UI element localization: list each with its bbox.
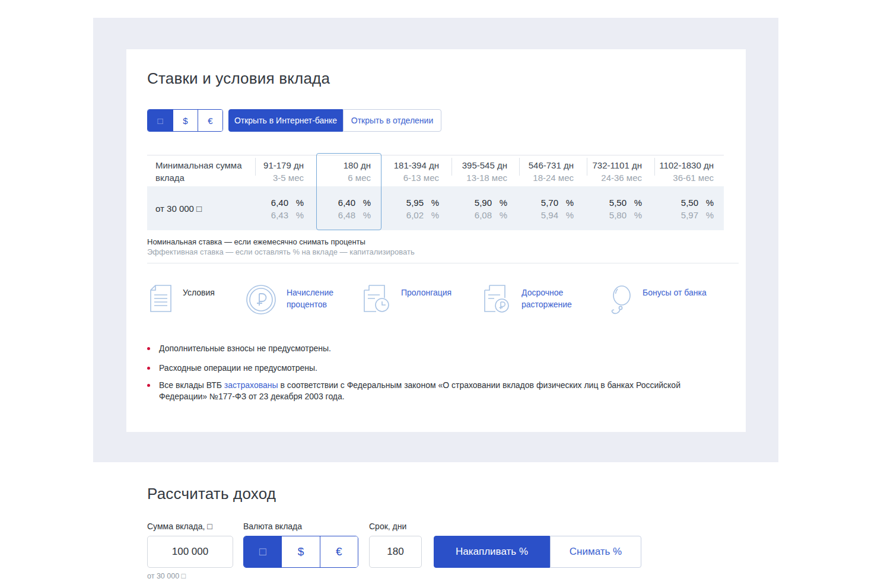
- currency-option-eur[interactable]: €: [198, 110, 222, 131]
- minimum-amount-value: от 30 000 □: [155, 204, 202, 214]
- term-column-header: 91-179 дн 3-5 мес: [237, 159, 304, 184]
- feature-label: Досрочное расторжение: [522, 287, 592, 310]
- calc-currency-option-usd[interactable]: $: [281, 536, 319, 567]
- nominal-rate-note: Номинальная ставка — если ежемесячно сни…: [147, 237, 365, 246]
- currency-toggle: □ $ €: [147, 109, 223, 132]
- open-branch-button[interactable]: Открыть в отделении: [343, 109, 441, 132]
- feature-label: Пролонгация: [401, 287, 451, 298]
- term-column-header: 732-1101 дн 24-36 мес: [575, 159, 642, 184]
- term-column-header-selected: 180 дн 6 мес: [304, 159, 371, 184]
- term-label: Срок, дни: [369, 522, 406, 531]
- feature-bank-bonuses[interactable]: Бонусы от банка: [607, 284, 707, 318]
- rate-cell: 5,95% 6,02%: [373, 196, 439, 221]
- document-ruble-icon: [482, 284, 512, 317]
- currency-option-usd[interactable]: $: [173, 110, 198, 131]
- calculator-title: Рассчитать доход: [147, 485, 276, 503]
- effective-rate-note: Эффективная ставка — если оставлять % на…: [147, 247, 415, 256]
- rate-cell: 5,90% 6,08%: [441, 196, 507, 221]
- amount-input[interactable]: [147, 536, 233, 568]
- ruble-circle-icon: [245, 284, 277, 318]
- feature-prolongation[interactable]: Пролонгация: [362, 284, 451, 317]
- bullet-dot: [147, 367, 150, 370]
- term-column-header: 395-545 дн 13-18 мес: [441, 159, 507, 184]
- open-online-button[interactable]: Открыть в Интернет-банке: [228, 109, 343, 132]
- rate-cell: 5,50% 5,97%: [647, 196, 714, 221]
- currency-option-rub[interactable]: □: [148, 110, 173, 131]
- bullet-no-additional-deposits: Дополнительные взносы не предусмотрены.: [147, 343, 726, 354]
- rate-cell: 5,50% 5,80%: [575, 196, 642, 221]
- rate-cell: 5,70% 5,94%: [507, 196, 574, 221]
- bullet-dot: [147, 384, 150, 387]
- rate-cell: 6,40% 6,43%: [237, 196, 304, 221]
- document-icon: [148, 284, 173, 316]
- calc-currency-toggle: □ $ €: [243, 536, 358, 568]
- withdraw-percent-button[interactable]: Снимать %: [550, 536, 641, 568]
- rates-section-title: Ставки и условия вклада: [147, 69, 330, 88]
- accumulate-percent-button[interactable]: Накапливать %: [434, 536, 550, 568]
- term-column-header: 1102-1830 дн 36-61 мес: [647, 159, 714, 184]
- feature-label: Бонусы от банка: [643, 287, 707, 298]
- amount-label: Сумма вклада, □: [147, 522, 212, 531]
- calc-currency-option-eur[interactable]: €: [320, 536, 358, 567]
- calc-currency-label: Валюта вклада: [243, 522, 302, 531]
- feature-conditions[interactable]: Условия: [148, 284, 215, 316]
- table-top-border: [147, 155, 724, 155]
- minimum-amount-hint: от 30 000 □: [147, 572, 186, 580]
- bullet-no-withdrawals: Расходные операции не предусмотрены.: [147, 363, 726, 374]
- bullet-insurance: Все вклады ВТБ застрахованы в соответств…: [147, 380, 726, 402]
- feature-early-termination[interactable]: Досрочное расторжение: [482, 284, 592, 317]
- term-column-header: 181-394 дн 6-13 мес: [373, 159, 439, 184]
- feature-label: Начисление процентов: [287, 287, 357, 310]
- insurance-text: Все вклады ВТБ застрахованы в соответств…: [159, 380, 726, 402]
- deposit-rates-page: Ставки и условия вклада □ $ € Открыть в …: [0, 0, 884, 588]
- rate-cell-selected: 6,40% 6,48%: [304, 196, 371, 221]
- insured-link[interactable]: застрахованы: [224, 380, 278, 390]
- term-input[interactable]: [369, 536, 422, 568]
- feature-interest-accrual[interactable]: Начисление процентов: [245, 284, 357, 318]
- term-column-header: 546-731 дн 18-24 мес: [507, 159, 574, 184]
- balloon-icon: [607, 284, 633, 318]
- section-divider: [147, 263, 739, 263]
- table-first-column-header: Минимальная сумма вклада: [155, 159, 250, 184]
- feature-label: Условия: [183, 287, 215, 298]
- bullet-dot: [147, 347, 150, 350]
- document-clock-icon: [362, 284, 392, 317]
- calc-currency-option-rub[interactable]: □: [244, 536, 281, 567]
